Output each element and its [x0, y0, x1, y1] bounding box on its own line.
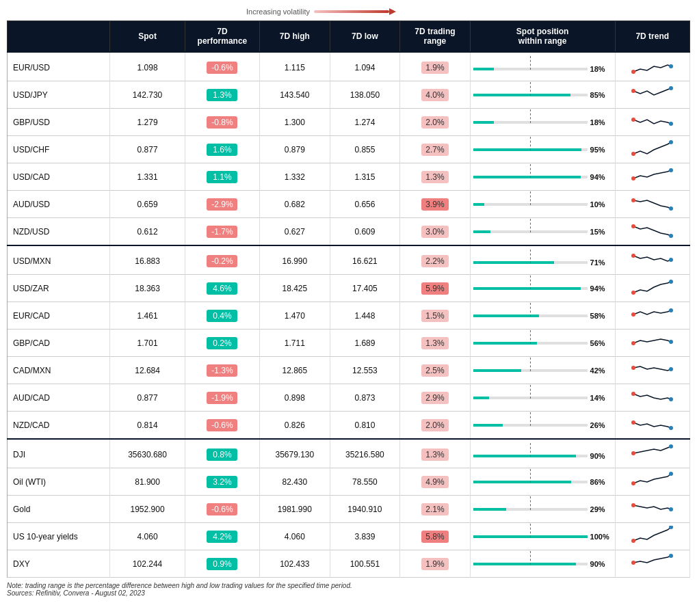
trend-start-dot [631, 539, 635, 543]
range-badge: 5.8% [421, 531, 449, 543]
range-cell: 2.0% [400, 412, 471, 440]
spot-bar-container: 100% [473, 529, 612, 544]
trend-chart [630, 498, 674, 518]
spot-bar-cell: 95% [470, 136, 615, 163]
spot-bar-container: 95% [473, 142, 612, 157]
perf-cell: 4.6% [185, 275, 259, 302]
trend-end-dot [669, 472, 673, 476]
col-header-spotbar: Spot positionwithin range [470, 21, 615, 53]
high-cell: 1.711 [260, 330, 330, 357]
table-row: Gold1952.900-0.6%1981.9901940.9102.1% 29… [8, 496, 690, 523]
spot-bar-track-wrapper [473, 474, 588, 490]
trend-start-dot [631, 420, 635, 425]
spot-pct-label: 15% [590, 228, 605, 236]
trend-cell [615, 218, 689, 246]
spot-bar-cell: 90% [470, 439, 615, 468]
trend-start-dot [631, 503, 635, 507]
col-header-high: 7D high [260, 21, 330, 53]
high-cell: 35679.130 [260, 439, 330, 468]
spot-bar-container: 18% [473, 62, 612, 77]
spot-bar-track-wrapper [473, 197, 588, 212]
main-container: Increasing volatility [0, 0, 697, 604]
col-header-perf: 7Dperformance [185, 21, 259, 53]
spot-bar-track-wrapper [473, 170, 588, 185]
trend-end-dot [669, 280, 673, 284]
spot-bar-container: 94% [473, 170, 612, 185]
perf-cell: 0.9% [185, 550, 259, 578]
perf-cell: 1.3% [185, 81, 259, 109]
spot-bar-track-wrapper [473, 62, 588, 77]
spot-bar-cell: 58% [470, 302, 615, 330]
main-table: Spot 7Dperformance 7D high 7D low 7D tra… [7, 21, 690, 578]
spot-bar-cell: 18% [470, 109, 615, 136]
spot-bar-dashed-line [530, 330, 531, 344]
trend-start-dot [631, 176, 635, 180]
low-cell: 1940.910 [330, 496, 400, 523]
spot-bar-container: 18% [473, 115, 612, 130]
pair-cell: Oil (WTI) [8, 468, 110, 496]
perf-badge: -1.7% [207, 226, 237, 238]
spot-bar-track-wrapper [473, 224, 588, 239]
trend-cell [615, 136, 689, 163]
col-header-spot: Spot [110, 21, 185, 53]
range-badge: 2.0% [421, 419, 449, 431]
spot-bar-cell: 90% [470, 550, 615, 578]
spot-bar-cell: 42% [470, 357, 615, 384]
perf-badge: -0.8% [207, 116, 237, 129]
perf-badge: -0.6% [207, 503, 237, 515]
range-badge: 1.3% [421, 337, 449, 349]
trend-cell [615, 191, 689, 218]
spot-bar-cell: 26% [470, 412, 615, 440]
trend-cell [615, 52, 689, 81]
high-cell: 102.433 [260, 550, 330, 578]
perf-cell: 0.2% [185, 330, 259, 357]
table-row: Oil (WTI)81.9003.2%82.43078.5504.9% 86% [8, 468, 690, 496]
pair-cell: Gold [8, 496, 110, 523]
perf-cell: 0.4% [185, 302, 259, 330]
pair-cell: NZD/CAD [8, 412, 110, 440]
low-cell: 0.609 [330, 218, 400, 246]
high-cell: 0.682 [260, 191, 330, 218]
high-cell: 143.540 [260, 81, 330, 109]
trend-chart [630, 305, 674, 324]
trend-chart [630, 332, 674, 351]
spot-bar-dashed-line [530, 496, 531, 510]
high-cell: 16.990 [260, 245, 330, 275]
perf-badge: -2.9% [207, 198, 237, 211]
range-badge: 3.9% [421, 198, 449, 211]
footer: Note: trading range is the percentage di… [7, 582, 690, 597]
trend-chart [630, 471, 674, 490]
spot-pct-label: 26% [590, 421, 605, 429]
trend-end-dot [669, 340, 673, 344]
pair-cell: GBP/USD [8, 109, 110, 136]
spot-pct-label: 29% [590, 505, 605, 513]
spot-bar-dashed-line [530, 56, 531, 70]
spot-pct-label: 18% [590, 118, 605, 126]
pair-cell: GBP/CAD [8, 330, 110, 357]
table-row: AUD/CAD0.877-1.9%0.8980.8732.9% 14% [8, 384, 690, 412]
table-row: US 10-year yields4.0604.2%4.0603.8395.8%… [8, 523, 690, 550]
high-cell: 82.430 [260, 468, 330, 496]
range-badge: 4.9% [421, 476, 449, 488]
low-cell: 12.553 [330, 357, 400, 384]
trend-start-dot [631, 70, 635, 74]
spot-cell: 0.877 [110, 384, 185, 412]
low-cell: 1.094 [330, 52, 400, 81]
spot-bar-container: 29% [473, 502, 612, 517]
trend-cell [615, 357, 689, 384]
trend-start-dot [631, 118, 635, 122]
spot-bar-container: 85% [473, 88, 612, 103]
spot-cell: 35630.680 [110, 439, 185, 468]
spot-bar-fill [473, 230, 490, 233]
spot-bar-dashed-line [530, 109, 531, 123]
spot-pct-label: 10% [590, 200, 605, 209]
volatility-arrow [314, 7, 396, 16]
pair-cell: USD/MXN [8, 245, 110, 275]
col-header-range: 7D tradingrange [400, 21, 471, 53]
spot-cell: 0.659 [110, 191, 185, 218]
spot-bar-container: 86% [473, 474, 612, 490]
trend-end-dot [669, 168, 673, 172]
spot-cell: 81.900 [110, 468, 185, 496]
table-row: EUR/CAD1.4610.4%1.4701.4481.5% 58% [8, 302, 690, 330]
pair-cell: AUD/CAD [8, 384, 110, 412]
